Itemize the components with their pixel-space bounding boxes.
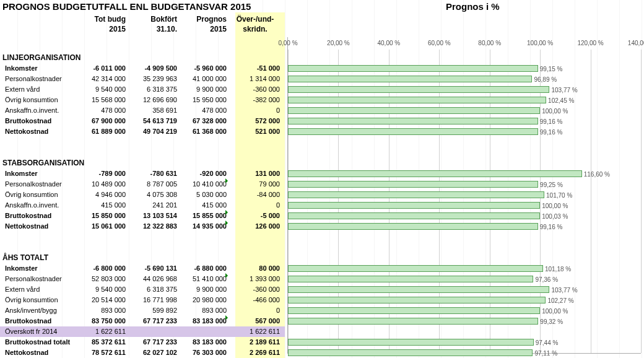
chart-bar: 101,70 % <box>288 191 544 198</box>
cell: 20 514 000 <box>84 295 126 305</box>
table-row: Nettokostnad61 889 00049 704 21961 368 0… <box>0 126 285 137</box>
cell: 1 314 000 <box>230 74 280 84</box>
cell: 67 717 233 <box>130 337 177 347</box>
row-label: Nettokostnad <box>5 221 85 232</box>
cell: 10 489 000 <box>84 179 126 190</box>
row-label: Övrig konsumtion <box>5 295 85 305</box>
cell: 567 000 <box>230 316 280 326</box>
cell: 61 889 000 <box>84 126 126 137</box>
chart-tick-label: 100,00 % <box>527 40 553 46</box>
cell: 14 935 000 <box>180 221 227 232</box>
cell: -920 000 <box>180 168 227 179</box>
chart-bar-row: 99,15 % <box>288 65 641 72</box>
chart-bar-label: 97,36 % <box>533 276 558 283</box>
chart-bar-label: 103,77 % <box>549 87 577 94</box>
cell: 599 892 <box>130 305 177 316</box>
cell: 9 900 000 <box>180 84 227 95</box>
row-label: Bruttokostnad <box>5 211 85 221</box>
cell: 415 000 <box>84 200 126 211</box>
cell: 478 000 <box>180 105 227 116</box>
chart-bar-row: 97,36 % <box>288 276 641 282</box>
chart-bar: 97,36 % <box>288 276 533 282</box>
table-row: Inkomster-789 000-780 631-920 000131 000 <box>0 168 285 179</box>
cell: 1 622 611 <box>84 326 126 337</box>
row-label: Extern vård <box>5 84 85 95</box>
chart-bar-label: 100,00 % <box>539 108 568 115</box>
row-label: Personalkostnader <box>5 179 85 190</box>
section-header: LINJEORGANISATION <box>2 53 80 63</box>
chart-bar-row: 97,11 % <box>288 349 641 356</box>
chart-tick-label: 140,00 % <box>628 40 644 46</box>
cell: 572 000 <box>230 116 280 126</box>
row-label: Ansk/invent/bygg <box>5 305 85 316</box>
cell: -360 000 <box>230 284 280 295</box>
cell: -6 800 000 <box>84 263 126 274</box>
chart-bar-label: 101,18 % <box>542 266 571 273</box>
chart-bar: 116,60 % <box>288 170 582 177</box>
chart-bar-label: 99,16 % <box>537 129 563 136</box>
cell: 62 027 102 <box>130 347 177 358</box>
cell: 5 030 000 <box>180 190 227 200</box>
cell: 8 787 005 <box>130 179 177 190</box>
chart-bar-label: 99,15 % <box>537 66 563 72</box>
table-row: Övrig konsumtion15 568 00012 696 69015 9… <box>0 95 285 105</box>
cell: 0 <box>230 105 280 116</box>
cell: 67 900 000 <box>84 116 126 126</box>
cell: 52 803 000 <box>84 274 126 284</box>
row-label: Överskott fr 2014 <box>5 326 85 337</box>
cell: 0 <box>230 200 280 211</box>
cell: -6 880 000 <box>180 263 227 274</box>
col-header-bokfort-sub: 31.10. <box>130 25 177 33</box>
row-label: Nettokostnad <box>5 126 85 137</box>
cell: -382 000 <box>230 95 280 105</box>
cell: 1 622 611 <box>230 326 280 337</box>
row-label: Anskaffn.o.invent. <box>5 200 85 211</box>
indicator-triangle-icon <box>225 178 228 183</box>
chart-bar-row: 116,60 % <box>288 170 641 177</box>
cell: 9 540 000 <box>84 284 126 295</box>
chart-bar-label: 99,25 % <box>537 181 563 188</box>
cell: 12 322 883 <box>130 221 177 232</box>
cell: 80 000 <box>230 263 280 274</box>
chart-tick-label: 0,00 % <box>278 40 297 46</box>
cell: 12 696 690 <box>130 95 177 105</box>
chart-bar-label: 103,77 % <box>549 287 577 294</box>
chart-bar: 99,25 % <box>288 181 538 188</box>
col-header-totbudg: Tot budg <box>84 15 126 24</box>
row-label: Bruttokostnad <box>5 116 85 126</box>
row-label: Inkomster <box>5 263 85 274</box>
cell: -51 000 <box>230 63 280 74</box>
cell: 16 771 998 <box>130 295 177 305</box>
table-row: Inkomster-6 800 000-5 690 131-6 880 0008… <box>0 263 285 274</box>
chart-bar: 100,03 % <box>288 212 540 219</box>
section-header: STABSORGANISATION <box>2 158 84 168</box>
table-row: Personalkostnader42 314 00035 239 96341 … <box>0 74 285 84</box>
chart-bar-label: 99,16 % <box>537 118 563 125</box>
chart-bar-row: 103,77 % <box>288 286 641 293</box>
cell: 83 183 000 <box>180 337 227 347</box>
chart-tick-label: 80,00 % <box>478 40 501 46</box>
cell: 51 410 000 <box>180 274 227 284</box>
chart-bar-label: 100,00 % <box>539 308 568 315</box>
chart-bar: 102,45 % <box>288 97 546 103</box>
cell: -84 000 <box>230 190 280 200</box>
cell: 4 075 308 <box>130 190 177 200</box>
cell: 83 750 000 <box>84 316 126 326</box>
cell: 78 572 611 <box>84 347 126 358</box>
table-row: Personalkostnader10 489 0008 787 00510 4… <box>0 179 285 190</box>
row-label: Nettokostnad <box>5 347 85 358</box>
cell: 35 239 963 <box>130 74 177 84</box>
row-label: Bruttokostnad totalt <box>5 337 85 347</box>
page-title-right: Prognos i % <box>446 1 500 12</box>
table-row: Bruttokostnad83 750 00067 717 23383 183 … <box>0 316 285 326</box>
chart-bar-row: 97,44 % <box>288 339 641 346</box>
chart-bar: 99,32 % <box>288 318 538 325</box>
chart-bar-label: 97,11 % <box>532 350 557 357</box>
table-row: Inkomster-6 011 000-4 909 500-5 960 000-… <box>0 63 285 74</box>
chart-bar-row: 99,16 % <box>288 128 641 135</box>
col-header-bokfort: Bokfört <box>130 15 177 24</box>
cell: 67 328 000 <box>180 116 227 126</box>
chart-bar: 97,44 % <box>288 339 534 346</box>
cell: 15 855 000 <box>180 211 227 221</box>
cell: 49 704 219 <box>130 126 177 137</box>
